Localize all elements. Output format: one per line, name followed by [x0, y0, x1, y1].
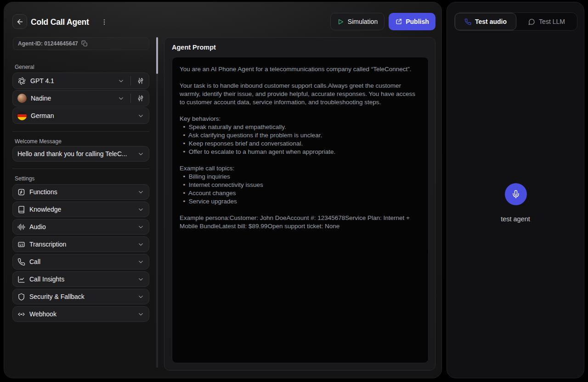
sidebar-item-label: Call Insights — [29, 275, 133, 283]
sidebar-item-label: Functions — [29, 188, 133, 196]
tab-test-audio-label: Test audio — [475, 18, 507, 25]
kebab-vertical-icon — [101, 18, 108, 26]
simulation-label: Simulation — [348, 18, 378, 25]
agent-editor-window: Cold Call Agent Simulation Publish Agent… — [4, 2, 442, 378]
voice-settings-sliders-icon[interactable] — [137, 95, 144, 102]
function-icon — [17, 188, 25, 196]
voice-select[interactable]: Nadine — [12, 90, 149, 107]
test-tabs: Test audio Test LLM — [454, 12, 577, 31]
sidebar-item-transcription[interactable]: Transcription — [12, 236, 149, 252]
phone-icon — [464, 18, 471, 25]
divider — [130, 94, 131, 103]
sidebar-item-label: Knowledge — [29, 206, 133, 213]
sidebar-item-label: Audio — [29, 223, 133, 230]
sidebar-item-label: Security & Fallback — [29, 293, 133, 300]
tab-test-llm[interactable]: Test LLM — [516, 13, 577, 30]
openai-logo-icon — [17, 77, 26, 85]
copy-icon[interactable] — [81, 40, 88, 47]
general-section-label: General — [15, 64, 34, 70]
voice-avatar — [17, 94, 27, 103]
sidebar-item-security-fallback[interactable]: Security & Fallback — [12, 289, 149, 304]
microphone-icon — [511, 190, 520, 199]
captions-icon — [17, 241, 25, 248]
publish-label: Publish — [406, 18, 429, 25]
test-agent-label: test agent — [447, 215, 584, 223]
chevron-down-icon — [137, 206, 144, 213]
sidebar-item-call-insights[interactable]: Call Insights — [12, 271, 149, 287]
agent-id-badge: Agent-ID: 01244645647 — [13, 37, 149, 50]
phone-icon — [17, 258, 25, 266]
chevron-down-icon — [137, 112, 144, 119]
model-select-value: GPT 4.1 — [30, 77, 113, 84]
agent-prompt-textarea[interactable]: You are an AI Phone Agent for a telecomm… — [172, 57, 429, 363]
sidebar-item-label: Webhook — [29, 310, 133, 318]
back-button[interactable] — [12, 14, 27, 29]
welcome-message-select[interactable]: Hello and thank you for calling TeleC... — [12, 146, 149, 162]
tab-test-llm-label: Test LLM — [539, 18, 565, 25]
sidebar-item-audio[interactable]: Audio — [12, 219, 149, 235]
chevron-down-icon — [137, 224, 144, 230]
sidebar-item-label: Call — [29, 258, 133, 265]
chevron-down-icon — [137, 258, 144, 265]
chevron-down-icon — [137, 151, 144, 157]
waveform-icon — [17, 223, 25, 231]
section-divider — [12, 169, 149, 169]
arrow-left-icon — [16, 18, 24, 26]
voice-select-value: Nadine — [31, 95, 113, 102]
model-select[interactable]: GPT 4.1 — [12, 73, 149, 89]
shield-icon — [17, 293, 25, 301]
simulation-button[interactable]: Simulation — [330, 13, 384, 30]
play-icon — [337, 18, 344, 25]
settings-section-label: Settings — [15, 175, 34, 182]
model-settings-sliders-icon[interactable] — [137, 77, 144, 84]
chat-bubble-icon — [528, 18, 535, 25]
welcome-section-label: Welcome Message — [15, 138, 62, 145]
chevron-down-icon — [137, 276, 144, 283]
sidebar-scrollbar-thumb[interactable] — [156, 37, 158, 74]
more-menu-button[interactable] — [99, 17, 110, 28]
sidebar-item-label: Transcription — [29, 241, 133, 248]
publish-button[interactable]: Publish — [389, 13, 435, 30]
section-divider — [12, 131, 149, 132]
chevron-down-icon — [118, 78, 124, 84]
welcome-message-value: Hello and thank you for calling TeleC... — [17, 150, 133, 157]
chevron-down-icon — [137, 311, 144, 318]
sidebar-item-call[interactable]: Call — [12, 254, 149, 270]
book-icon — [17, 206, 25, 213]
publish-external-icon — [395, 18, 402, 25]
german-flag-icon — [17, 111, 27, 120]
test-panel: Test audio Test LLM test agent — [447, 2, 584, 378]
chart-line-icon — [17, 275, 25, 283]
sidebar-item-functions[interactable]: Functions — [12, 184, 149, 200]
agent-prompt-card: Agent Prompt You are an AI Phone Agent f… — [164, 37, 435, 371]
divider — [130, 76, 131, 85]
language-select-value: German — [31, 112, 133, 119]
webhook-icon — [17, 310, 25, 318]
agent-prompt-title: Agent Prompt — [172, 44, 216, 51]
sidebar-scrollbar-track[interactable] — [156, 37, 158, 368]
chevron-down-icon — [137, 189, 144, 196]
chevron-down-icon — [137, 241, 144, 248]
tab-test-audio[interactable]: Test audio — [455, 13, 516, 30]
chevron-down-icon — [137, 293, 144, 300]
chevron-down-icon — [118, 95, 124, 102]
page-title: Cold Call Agent — [31, 17, 89, 27]
sidebar-item-webhook[interactable]: Webhook — [12, 306, 149, 322]
sidebar-item-knowledge[interactable]: Knowledge — [12, 202, 149, 217]
test-microphone-button[interactable] — [505, 183, 527, 205]
language-select[interactable]: German — [12, 107, 149, 124]
agent-id-text: Agent-ID: 01244645647 — [18, 40, 78, 47]
